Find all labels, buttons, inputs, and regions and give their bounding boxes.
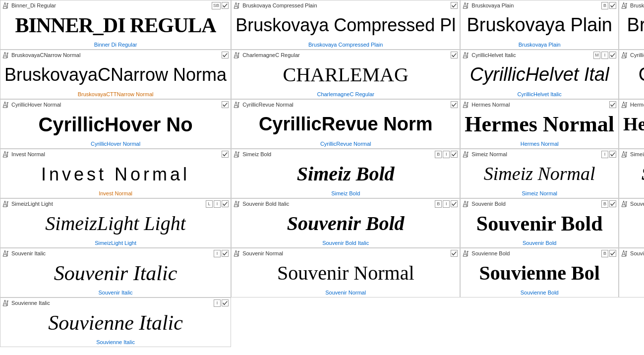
svg-marker-56: [463, 151, 467, 157]
svg-marker-60: [622, 151, 626, 157]
font-cell-souvenir-bolditalic[interactable]: Souvenir BoldItalicBI Souvenir BoldSouve…: [619, 198, 644, 248]
font-cell-souvenir-normal[interactable]: Souvenir Normal Souvenir NormalSouvenir …: [231, 248, 460, 297]
svg-marker-44: [622, 102, 626, 108]
font-checkbox[interactable]: [609, 200, 616, 207]
font-cell-hermesctt-regular[interactable]: HermesCTT Regular HermesCTT RegularHerme…: [619, 99, 644, 149]
font-cell-invest-normal[interactable]: Invest Normal Invest NormalInvest Normal: [0, 149, 231, 198]
cell-header: Souvienne BoldB: [461, 248, 618, 258]
font-cell-charlemagnec-regular[interactable]: CharlemagneC Regular CHARLEMAGCharlemagn…: [231, 50, 460, 99]
svg-marker-28: [622, 52, 626, 58]
font-cell-hermes-normal[interactable]: Hermes Normal Hermes NormalHermes Normal: [460, 99, 619, 149]
font-header-name: HermesCTT Regular: [630, 102, 644, 108]
font-preview-area: CyrillicHelvet Ital: [461, 60, 618, 90]
svg-marker-48: [3, 151, 7, 157]
font-file-icon: [2, 101, 9, 108]
font-cell-bruskovaya-compressed-plain[interactable]: Bruskovaya Compressed Plain Bruskovaya C…: [231, 0, 460, 50]
svg-marker-4: [234, 2, 238, 8]
font-style-badge: B: [435, 151, 442, 158]
font-preview-text: Simeiz Bold: [297, 163, 395, 185]
font-file-icon: [621, 200, 628, 207]
font-file-icon: [2, 151, 9, 158]
font-preview-text: CyrillicHelvet Me: [639, 64, 644, 85]
font-footer-name: Souvienne Italic: [0, 338, 231, 347]
font-checkbox[interactable]: [222, 200, 229, 207]
cell-header: CyrillicHover Normal: [0, 100, 231, 110]
font-cell-placeholder3[interactable]: [619, 297, 644, 347]
font-cell-souvenir-italic[interactable]: Souvenir ItalicI Souvenir ItalicSouvenir…: [0, 248, 231, 297]
font-cell-cyrillichelvet-italic[interactable]: CyrillicHelvet ItalicMI CyrillicHelvet I…: [460, 50, 619, 99]
font-cell-binner-di-regular[interactable]: Binner_Di RegularSB Binner_Di RegulaBinn…: [0, 0, 231, 50]
font-file-icon: [2, 299, 9, 306]
font-header-name: CyrillicHelvet Medium: [630, 52, 644, 58]
font-cell-cyrillichelvet-medium[interactable]: CyrillicHelvet Medium CyrillicHelvet MeC…: [619, 50, 644, 99]
font-cell-bruskovayac-normal[interactable]: BruskovayaC Normal BruskovayaC NormBrusk…: [619, 0, 644, 50]
svg-marker-32: [3, 102, 7, 108]
font-footer-name: Binner Di Regular: [0, 40, 231, 49]
font-cell-placeholder2[interactable]: [460, 297, 619, 347]
font-file-icon: [2, 200, 9, 207]
font-footer-name: HermesCTT Regular: [619, 139, 644, 148]
font-checkbox[interactable]: [451, 52, 458, 59]
svg-marker-36: [234, 102, 238, 108]
font-preview-text: Simeiz Normal: [484, 164, 595, 184]
font-checkbox[interactable]: [451, 2, 458, 9]
font-style-badge: I: [443, 151, 450, 158]
font-checkbox[interactable]: [451, 101, 458, 108]
font-style-badge: SB: [212, 2, 221, 9]
font-checkbox[interactable]: [222, 101, 229, 108]
font-checkbox[interactable]: [222, 2, 229, 9]
svg-marker-52: [234, 151, 238, 157]
font-preview-area: BruskovayaC Norm: [619, 10, 644, 40]
font-cell-souvienne-italic[interactable]: Souvienne ItalicI Souvienne ItalicSouvie…: [0, 297, 231, 347]
font-cell-bruskovayacnarrow-normal[interactable]: BruskovayaCNarrow Normal BruskovayaCNarr…: [0, 50, 231, 99]
font-checkbox[interactable]: [609, 250, 616, 257]
font-cell-souvienne-bold[interactable]: Souvienne BoldB Souvienne BolSouvienne B…: [460, 248, 619, 297]
svg-marker-84: [234, 250, 238, 256]
font-cell-simeiz-normal[interactable]: Simeiz NormalI Simeiz NormalSimeiz Norma…: [460, 149, 619, 198]
font-checkbox[interactable]: [222, 250, 229, 257]
font-cell-simeiz-bold[interactable]: Simeiz BoldBI Simeiz BoldSimeiz Bold: [231, 149, 460, 198]
font-preview-text: Souvenir Normal: [277, 262, 414, 284]
font-header-name: CyrillicHover Normal: [11, 102, 61, 108]
font-file-icon: [621, 52, 628, 59]
font-header-name: Invest Normal: [11, 151, 45, 157]
font-checkbox[interactable]: [222, 151, 229, 158]
font-cell-simeizlight-bold[interactable]: SimeizLight BoldBI SimeizLight BoldSimei…: [619, 149, 644, 198]
font-checkbox[interactable]: [451, 151, 458, 158]
font-checkbox[interactable]: [222, 52, 229, 59]
font-checkbox[interactable]: [609, 151, 616, 158]
font-footer-name: CyrillicHelvet Italic: [461, 90, 618, 99]
font-cell-bruskovaya-plain[interactable]: Bruskovaya PlainB Bruskovaya PlainBrusko…: [460, 0, 619, 50]
font-preview-text: SimeizLight Bold: [642, 164, 644, 184]
font-style-badge: B: [601, 200, 608, 208]
font-cell-souvienne-bold-italic[interactable]: Souvienne Bold-ItalicBI Souvienne BoSouv…: [619, 248, 644, 297]
font-cell-souvenir-bold[interactable]: Souvenir BoldB Souvenir BoldSouvenir Bol…: [460, 198, 619, 248]
font-checkbox[interactable]: [609, 2, 616, 9]
font-cell-souvenir-bold-italic[interactable]: Souvenir Bold ItalicBI Souvenir BoldSouv…: [231, 198, 460, 248]
font-cell-placeholder[interactable]: [231, 297, 460, 347]
font-cell-cyrillicrevue-normal[interactable]: CyrillicRevue Normal CyrillicRevue NormC…: [231, 99, 460, 149]
svg-marker-72: [463, 201, 467, 207]
font-footer-name: CyrillicHover Normal: [0, 139, 231, 148]
font-preview-text: CyrillicHelvet Ital: [470, 64, 609, 85]
cell-header: Souvienne ItalicI: [0, 298, 231, 308]
font-cell-simeizlight-light[interactable]: SimeizLight LightLI SimeizLight LightSim…: [0, 198, 231, 248]
font-file-icon: [463, 200, 469, 207]
font-checkbox[interactable]: [222, 299, 229, 306]
font-preview-text: Souvenir Bold: [287, 213, 405, 235]
font-preview-area: Souvenir Bold: [619, 209, 644, 238]
font-footer-name: SimeizLight Light: [0, 238, 231, 247]
font-footer-name: Souvenir Normal: [232, 288, 460, 297]
font-preview-area: Simeiz Normal: [461, 159, 618, 189]
font-preview-area: Souvenir Bold: [232, 209, 460, 238]
font-checkbox[interactable]: [451, 250, 458, 257]
svg-marker-40: [463, 102, 467, 108]
font-preview-area: Souvienne Bol: [461, 258, 618, 288]
font-preview-text: CyrillicRevue Norm: [259, 114, 433, 135]
font-checkbox[interactable]: [609, 52, 616, 59]
font-preview-text: BruskovayaC Norm: [627, 15, 644, 36]
cell-header: Invest Normal: [0, 149, 231, 159]
font-cell-cyrillichover-normal[interactable]: CyrillicHover Normal CyrillicHover NoCyr…: [0, 99, 231, 149]
font-checkbox[interactable]: [451, 200, 458, 207]
font-checkbox[interactable]: [609, 101, 616, 108]
